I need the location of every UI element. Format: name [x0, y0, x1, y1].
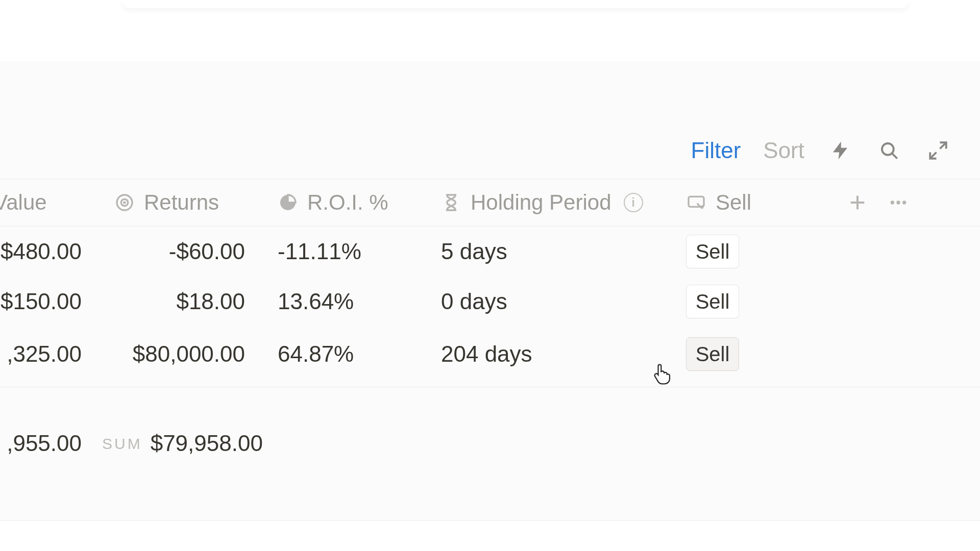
column-header-sell[interactable]: Sell — [674, 190, 837, 215]
search-icon[interactable] — [876, 137, 902, 164]
table-row[interactable]: ,325.00 $80,000.00 64.87% 204 days Sell — [0, 327, 980, 387]
column-label: R.O.I. % — [307, 190, 388, 215]
target-icon — [114, 192, 135, 213]
cell-value: ,325.00 — [0, 341, 102, 367]
cell-returns: -$60.00 — [102, 239, 265, 264]
cell-value: $150.00 — [0, 289, 102, 314]
cell-holding: 0 days — [429, 289, 674, 314]
positions-table: t Value Returns R.O.I. % Holding Period … — [0, 179, 980, 464]
column-header-holding[interactable]: Holding Period i — [429, 190, 674, 215]
bottom-separator — [0, 520, 980, 521]
cell-roi: 13.64% — [265, 289, 429, 314]
table-header: t Value Returns R.O.I. % Holding Period … — [0, 179, 980, 227]
column-header-roi[interactable]: R.O.I. % — [265, 190, 429, 215]
sell-button[interactable]: Sell — [686, 285, 739, 318]
cell-returns: $80,000.00 — [102, 341, 265, 367]
column-label: Returns — [144, 190, 219, 215]
pie-icon — [278, 192, 298, 213]
svg-point-6 — [123, 201, 126, 204]
add-column-button[interactable] — [837, 192, 878, 213]
sum-value: ,955.00 — [0, 431, 102, 456]
svg-point-0 — [882, 143, 894, 155]
info-icon[interactable]: i — [624, 193, 643, 212]
expand-icon[interactable] — [925, 137, 951, 164]
sell-button[interactable]: Sell — [686, 235, 739, 268]
cell-returns: $18.00 — [102, 289, 265, 314]
table-row[interactable]: $150.00 $18.00 13.64% 0 days Sell — [0, 277, 980, 327]
sort-link[interactable]: Sort — [763, 138, 804, 163]
button-column-icon — [686, 192, 706, 213]
card-shadow-hint — [122, 0, 909, 8]
column-label: Sell — [716, 190, 751, 215]
svg-point-12 — [902, 201, 906, 204]
automations-icon[interactable] — [827, 137, 853, 164]
column-header-returns[interactable]: Returns — [102, 190, 265, 215]
svg-line-1 — [892, 154, 897, 159]
cell-roi: -11.11% — [265, 239, 429, 264]
svg-point-10 — [891, 201, 894, 204]
column-label: t Value — [0, 190, 47, 215]
column-options-button[interactable] — [878, 192, 919, 213]
cell-value: $480.00 — [0, 239, 102, 264]
cell-holding: 5 days — [429, 239, 674, 264]
svg-point-11 — [896, 201, 900, 204]
sum-returns-value: $79,958.00 — [151, 431, 263, 456]
cell-holding: 204 days — [429, 341, 674, 367]
sell-button[interactable]: Sell — [686, 337, 739, 371]
column-header-value[interactable]: t Value — [0, 190, 102, 215]
table-row[interactable]: $480.00 -$60.00 -11.11% 5 days Sell — [0, 227, 980, 277]
table-toolbar: Filter Sort — [0, 128, 980, 173]
table-summary-row: ,955.00 SUM$79,958.00 — [0, 423, 980, 464]
cell-roi: 64.87% — [265, 341, 429, 367]
column-label: Holding Period — [471, 190, 611, 215]
sum-label: SUM — [102, 435, 142, 452]
filter-link[interactable]: Filter — [691, 138, 741, 163]
sum-returns: SUM$79,958.00 — [102, 431, 265, 456]
svg-rect-7 — [689, 196, 704, 207]
hourglass-icon — [441, 192, 461, 213]
